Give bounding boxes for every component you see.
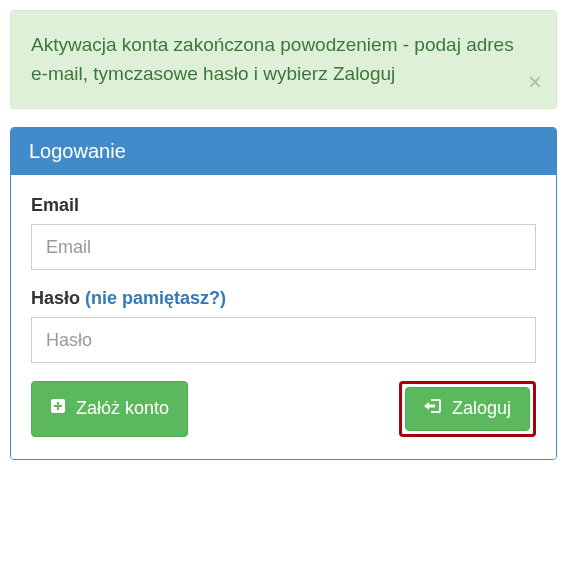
create-account-button[interactable]: Załóż konto: [31, 381, 188, 437]
svg-rect-2: [54, 405, 62, 407]
email-field[interactable]: [31, 224, 536, 270]
email-label: Email: [31, 195, 536, 216]
password-group: Hasło (nie pamiętasz?): [31, 288, 536, 363]
create-account-label: Załóż konto: [76, 398, 169, 420]
close-icon: ×: [528, 70, 542, 94]
login-label: Zaloguj: [452, 398, 511, 420]
success-alert: Aktywacja konta zakończona powodzeniem -…: [10, 10, 557, 109]
login-button[interactable]: Zaloguj: [405, 387, 530, 431]
email-group: Email: [31, 195, 536, 270]
panel-body: Email Hasło (nie pamiętasz?) Załóż konto: [11, 175, 556, 459]
plus-square-icon: [50, 398, 66, 420]
login-panel: Logowanie Email Hasło (nie pamiętasz?): [10, 127, 557, 460]
alert-close-button[interactable]: ×: [528, 70, 542, 94]
alert-message: Aktywacja konta zakończona powodzeniem -…: [31, 34, 514, 84]
password-label: Hasło (nie pamiętasz?): [31, 288, 536, 309]
sign-in-icon: [424, 398, 442, 420]
button-row: Załóż konto Zaloguj: [31, 381, 536, 437]
password-label-text: Hasło: [31, 288, 85, 308]
password-field[interactable]: [31, 317, 536, 363]
forgot-password-link[interactable]: (nie pamiętasz?): [85, 288, 226, 308]
login-highlight: Zaloguj: [399, 381, 536, 437]
panel-title: Logowanie: [11, 128, 556, 175]
